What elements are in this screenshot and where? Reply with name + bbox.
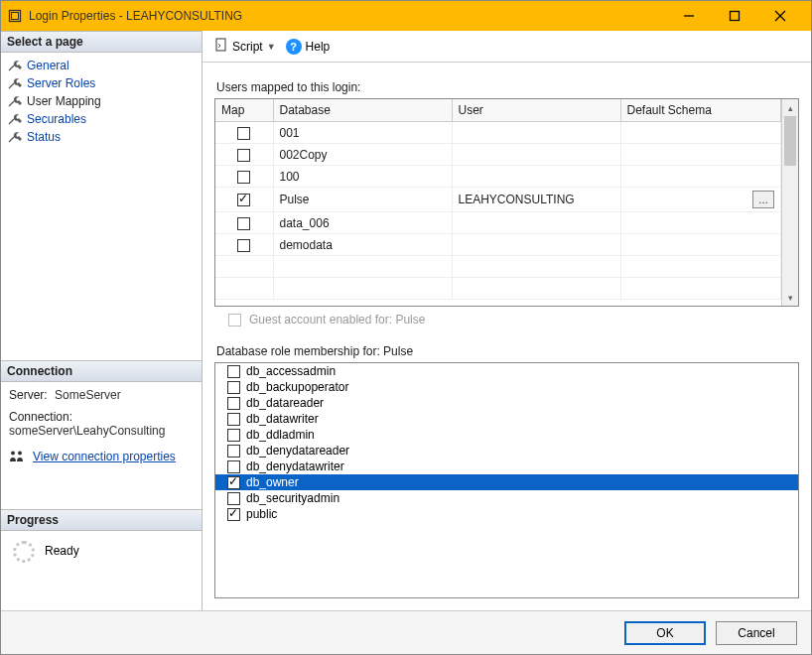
wrench-icon <box>7 76 23 90</box>
map-checkbox[interactable] <box>237 239 250 252</box>
guest-account-row: Guest account enabled for: Pulse <box>214 307 799 336</box>
table-row[interactable]: 002Copy <box>215 144 781 166</box>
titlebar: Login Properties - LEAHYCONSULTING <box>1 1 811 31</box>
scroll-up-icon[interactable]: ▴ <box>782 99 798 116</box>
svg-rect-1 <box>12 13 19 20</box>
role-checkbox[interactable] <box>227 476 240 489</box>
role-item-db_backupoperator[interactable]: db_backupoperator <box>215 379 798 395</box>
sidebar: Select a page GeneralServer RolesUser Ma… <box>1 31 203 610</box>
role-checkbox[interactable] <box>227 381 240 394</box>
svg-rect-8 <box>216 39 225 51</box>
connection-link-row: View connection properties <box>1 444 202 469</box>
cell-schema <box>620 122 781 144</box>
schema-browse-button[interactable]: … <box>752 191 774 208</box>
role-checkbox[interactable] <box>227 397 240 410</box>
role-item-db_owner[interactable]: db_owner <box>215 474 798 490</box>
svg-point-6 <box>11 452 15 456</box>
usermap-scrollbar[interactable]: ▴ ▾ <box>781 99 798 306</box>
role-checkbox[interactable] <box>227 365 240 378</box>
table-row[interactable]: demodata <box>215 234 781 256</box>
col-database[interactable]: Database <box>273 99 452 122</box>
map-checkbox[interactable] <box>237 127 250 140</box>
col-map[interactable]: Map <box>215 99 273 122</box>
role-label: db_owner <box>246 475 299 489</box>
wrench-icon <box>7 130 23 144</box>
sidebar-item-status[interactable]: Status <box>7 128 202 146</box>
table-row[interactable]: 001 <box>215 122 781 144</box>
role-label: db_datareader <box>246 396 324 410</box>
cell-user <box>452 144 620 166</box>
role-checkbox[interactable] <box>227 413 240 426</box>
table-row[interactable]: data_006 <box>215 212 781 234</box>
main-pane: Users mapped to this login: Map Database… <box>203 63 811 610</box>
role-checkbox[interactable] <box>227 460 240 473</box>
cell-schema <box>620 166 781 188</box>
roles-list[interactable]: db_accessadmindb_backupoperatordb_datare… <box>214 362 799 598</box>
nav-pages: GeneralServer RolesUser MappingSecurable… <box>1 53 202 146</box>
sidebar-item-general[interactable]: General <box>7 57 202 74</box>
section-header-pages: Select a page <box>1 31 202 53</box>
sidebar-item-label: Securables <box>27 112 86 126</box>
guest-label: Guest account enabled for: Pulse <box>249 313 425 327</box>
cell-schema <box>620 212 781 234</box>
app-icon <box>7 8 23 24</box>
role-item-db_ddladmin[interactable]: db_ddladmin <box>215 427 798 443</box>
content: Script ▼ ? Help Users mapped to this log… <box>203 31 811 610</box>
map-checkbox[interactable] <box>237 171 250 184</box>
map-checkbox[interactable] <box>237 217 250 230</box>
maximize-button[interactable] <box>712 1 757 31</box>
role-checkbox[interactable] <box>227 429 240 442</box>
role-label: public <box>246 507 277 521</box>
table-row-empty <box>215 278 781 300</box>
role-checkbox[interactable] <box>227 508 240 521</box>
body: Select a page GeneralServer RolesUser Ma… <box>1 31 811 610</box>
role-item-db_datawriter[interactable]: db_datawriter <box>215 411 798 427</box>
scroll-thumb[interactable] <box>784 116 796 166</box>
sidebar-item-user-mapping[interactable]: User Mapping <box>7 92 202 110</box>
table-row[interactable]: PulseLEAHYCONSULTING… <box>215 188 781 212</box>
cell-user <box>452 212 620 234</box>
map-checkbox[interactable] <box>237 149 250 162</box>
sidebar-item-securables[interactable]: Securables <box>7 110 202 128</box>
sidebar-item-server-roles[interactable]: Server Roles <box>7 74 202 92</box>
connection-properties-icon <box>9 450 27 463</box>
close-button[interactable] <box>757 1 803 31</box>
role-item-db_datareader[interactable]: db_datareader <box>215 395 798 411</box>
cancel-button[interactable]: Cancel <box>716 621 797 645</box>
server-label: Server: <box>9 388 48 402</box>
wrench-icon <box>7 59 23 72</box>
section-header-connection: Connection <box>1 360 202 382</box>
guest-checkbox <box>228 314 241 327</box>
col-schema[interactable]: Default Schema <box>620 99 781 122</box>
toolbar: Script ▼ ? Help <box>203 31 811 63</box>
role-label: db_accessadmin <box>246 364 336 378</box>
chevron-down-icon: ▼ <box>267 42 276 52</box>
role-item-db_securityadmin[interactable]: db_securityadmin <box>215 490 798 506</box>
connection-value: someServer\LeahyConsulting <box>9 424 194 438</box>
scroll-down-icon[interactable]: ▾ <box>782 289 798 306</box>
map-checkbox[interactable] <box>237 194 250 206</box>
role-item-db_denydatareader[interactable]: db_denydatareader <box>215 443 798 458</box>
role-checkbox[interactable] <box>227 445 240 458</box>
role-item-db_denydatawriter[interactable]: db_denydatawriter <box>215 458 798 474</box>
role-item-db_accessadmin[interactable]: db_accessadmin <box>215 363 798 379</box>
server-value: SomeServer <box>55 388 121 402</box>
help-button[interactable]: ? Help <box>286 39 331 55</box>
script-label: Script <box>232 40 263 54</box>
ok-button[interactable]: OK <box>624 621 706 645</box>
view-connection-properties-link[interactable]: View connection properties <box>33 450 176 463</box>
progress-status: Ready <box>45 544 79 558</box>
cell-user <box>452 234 620 256</box>
role-label: db_denydatawriter <box>246 459 344 473</box>
window-root: Login Properties - LEAHYCONSULTING Selec… <box>0 0 812 655</box>
minimize-button[interactable] <box>666 1 712 31</box>
script-button[interactable]: Script ▼ <box>210 36 280 57</box>
role-checkbox[interactable] <box>227 492 240 505</box>
help-icon: ? <box>286 39 302 55</box>
cell-database: demodata <box>273 234 452 256</box>
usermap-label: Users mapped to this login: <box>216 80 799 94</box>
table-row[interactable]: 100 <box>215 166 781 188</box>
cell-schema <box>620 234 781 256</box>
col-user[interactable]: User <box>452 99 620 122</box>
role-item-public[interactable]: public <box>215 506 798 522</box>
